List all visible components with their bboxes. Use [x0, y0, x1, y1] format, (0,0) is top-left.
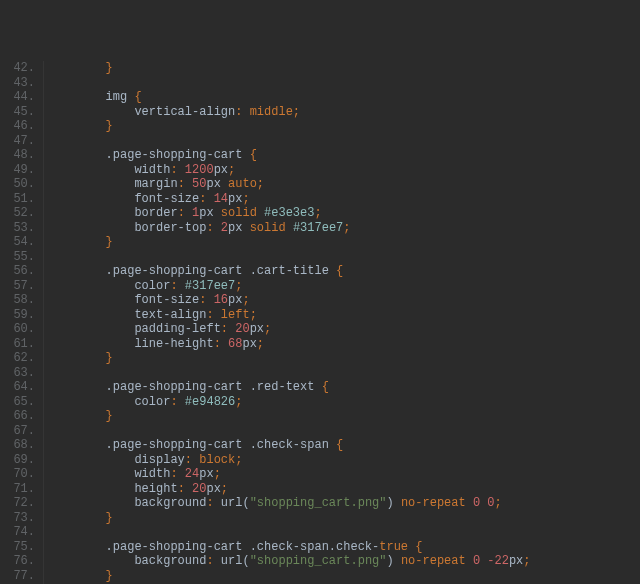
- code-token: width: [48, 467, 170, 481]
- code-line[interactable]: [48, 525, 640, 540]
- code-line[interactable]: font-size: 14px;: [48, 192, 640, 207]
- code-line[interactable]: vertical-align: middle;: [48, 105, 640, 120]
- code-token: line-height: [48, 337, 214, 351]
- line-number: 53.: [0, 221, 35, 236]
- code-line[interactable]: text-align: left;: [48, 308, 640, 323]
- code-line[interactable]: border: 1px solid #e3e3e3;: [48, 206, 640, 221]
- line-number: 42.: [0, 61, 35, 76]
- code-editor[interactable]: 42.43.44.45.46.47.48.49.50.51.52.53.54.5…: [0, 58, 640, 584]
- code-token: #e94826: [185, 395, 235, 409]
- code-token: 24: [185, 467, 199, 481]
- code-line[interactable]: .page-shopping-cart .check-span.check-tr…: [48, 540, 640, 555]
- code-token: ;: [214, 467, 221, 481]
- code-line[interactable]: border-top: 2px solid #317ee7;: [48, 221, 640, 236]
- line-number-gutter: 42.43.44.45.46.47.48.49.50.51.52.53.54.5…: [0, 61, 44, 584]
- code-line[interactable]: }: [48, 119, 640, 134]
- code-token: {: [250, 148, 257, 162]
- code-line[interactable]: [48, 424, 640, 439]
- line-number: 75.: [0, 540, 35, 555]
- code-token: px: [206, 482, 220, 496]
- code-token: margin: [48, 177, 178, 191]
- code-token: :: [199, 293, 213, 307]
- code-token: border: [48, 206, 178, 220]
- code-line[interactable]: }: [48, 61, 640, 76]
- code-token: solid: [221, 206, 264, 220]
- code-token: {: [322, 380, 329, 394]
- code-line[interactable]: margin: 50px auto;: [48, 177, 640, 192]
- line-number: 77.: [0, 569, 35, 584]
- code-token: }: [48, 235, 113, 249]
- code-token: border-top: [48, 221, 206, 235]
- code-line[interactable]: .page-shopping-cart .red-text {: [48, 380, 640, 395]
- code-line[interactable]: width: 24px;: [48, 467, 640, 482]
- code-line[interactable]: img {: [48, 90, 640, 105]
- code-line[interactable]: background: url("shopping_cart.png") no-…: [48, 554, 640, 569]
- code-line[interactable]: [48, 76, 640, 91]
- code-token: #317ee7: [185, 279, 235, 293]
- code-line[interactable]: [48, 134, 640, 149]
- code-token: true: [379, 540, 408, 554]
- line-number: 63.: [0, 366, 35, 381]
- code-token: #e3e3e3: [264, 206, 314, 220]
- code-token: 0 0: [473, 496, 495, 510]
- line-number: 74.: [0, 525, 35, 540]
- code-token: :: [185, 453, 199, 467]
- code-token: auto: [228, 177, 257, 191]
- code-token: 16: [214, 293, 228, 307]
- code-token: 50: [192, 177, 206, 191]
- code-line[interactable]: display: block;: [48, 453, 640, 468]
- code-line[interactable]: color: #e94826;: [48, 395, 640, 410]
- code-line[interactable]: [48, 366, 640, 381]
- code-token: px: [509, 554, 523, 568]
- code-token: {: [134, 90, 141, 104]
- code-token: .page-shopping-cart .check-span.check-: [48, 540, 379, 554]
- code-token: background: [48, 496, 206, 510]
- code-line[interactable]: }: [48, 351, 640, 366]
- code-line[interactable]: font-size: 16px;: [48, 293, 640, 308]
- code-token: font-size: [48, 293, 199, 307]
- code-token: ;: [221, 482, 228, 496]
- code-token: 20: [192, 482, 206, 496]
- code-token: }: [48, 569, 113, 583]
- code-line[interactable]: }: [48, 235, 640, 250]
- code-token: px: [228, 293, 242, 307]
- code-line[interactable]: }: [48, 409, 640, 424]
- line-number: 52.: [0, 206, 35, 221]
- code-line[interactable]: line-height: 68px;: [48, 337, 640, 352]
- code-token: :: [214, 337, 228, 351]
- code-line[interactable]: .page-shopping-cart .check-span {: [48, 438, 640, 453]
- code-line[interactable]: padding-left: 20px;: [48, 322, 640, 337]
- code-token: 68: [228, 337, 242, 351]
- code-line[interactable]: width: 1200px;: [48, 163, 640, 178]
- line-number: 60.: [0, 322, 35, 337]
- code-token: }: [48, 409, 113, 423]
- code-token: :: [178, 177, 192, 191]
- code-token: color: [48, 279, 170, 293]
- line-number: 44.: [0, 90, 35, 105]
- line-number: 43.: [0, 76, 35, 91]
- code-line[interactable]: }: [48, 569, 640, 584]
- code-token: }: [48, 351, 113, 365]
- code-line[interactable]: color: #317ee7;: [48, 279, 640, 294]
- code-token: 1200: [185, 163, 214, 177]
- code-token: left: [221, 308, 250, 322]
- code-line[interactable]: .page-shopping-cart .cart-title {: [48, 264, 640, 279]
- code-line[interactable]: }: [48, 511, 640, 526]
- line-number: 47.: [0, 134, 35, 149]
- code-token: }: [48, 511, 113, 525]
- code-token: }: [48, 61, 113, 75]
- code-token: ): [386, 496, 400, 510]
- code-line[interactable]: .page-shopping-cart {: [48, 148, 640, 163]
- code-line[interactable]: background: url("shopping_cart.png") no-…: [48, 496, 640, 511]
- code-line[interactable]: [48, 250, 640, 265]
- code-token: px: [199, 467, 213, 481]
- code-token: :: [221, 322, 235, 336]
- code-token: {: [336, 264, 343, 278]
- code-token: block: [199, 453, 235, 467]
- code-token: ;: [314, 206, 321, 220]
- code-line[interactable]: height: 20px;: [48, 482, 640, 497]
- code-area[interactable]: } img { vertical-align: middle; } .page-…: [44, 61, 640, 584]
- line-number: 70.: [0, 467, 35, 482]
- line-number: 48.: [0, 148, 35, 163]
- line-number: 57.: [0, 279, 35, 294]
